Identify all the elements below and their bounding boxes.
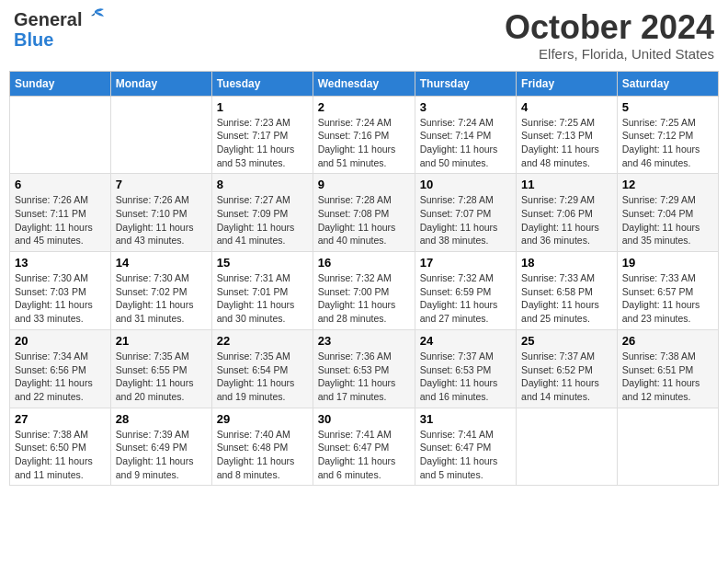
day-number: 30 [318,412,410,426]
day-detail: Sunrise: 7:30 AM Sunset: 7:02 PM Dayligh… [116,271,207,326]
weekday-header-wednesday: Wednesday [313,71,415,96]
calendar-cell: 24Sunrise: 7:37 AM Sunset: 6:53 PM Dayli… [415,329,516,408]
day-detail: Sunrise: 7:24 AM Sunset: 7:16 PM Dayligh… [318,116,410,170]
day-number: 27 [15,412,106,426]
calendar-cell: 11Sunrise: 7:29 AM Sunset: 7:06 PM Dayli… [517,174,618,252]
week-row-5: 27Sunrise: 7:38 AM Sunset: 6:50 PM Dayli… [10,408,719,486]
page-header: General Blue October 2024 Elfers, Florid… [9,9,719,62]
weekday-header-saturday: Saturday [617,71,718,96]
weekday-header-thursday: Thursday [415,71,516,96]
day-detail: Sunrise: 7:26 AM Sunset: 7:11 PM Dayligh… [15,193,106,247]
day-detail: Sunrise: 7:26 AM Sunset: 7:10 PM Dayligh… [116,193,207,247]
day-detail: Sunrise: 7:38 AM Sunset: 6:51 PM Dayligh… [622,350,713,404]
weekday-header-tuesday: Tuesday [211,71,313,96]
calendar-cell: 29Sunrise: 7:40 AM Sunset: 6:48 PM Dayli… [211,408,313,486]
calendar-cell: 6Sunrise: 7:26 AM Sunset: 7:11 PM Daylig… [10,174,111,252]
calendar-cell: 7Sunrise: 7:26 AM Sunset: 7:10 PM Daylig… [110,174,211,252]
calendar-cell: 26Sunrise: 7:38 AM Sunset: 6:51 PM Dayli… [617,329,718,408]
day-detail: Sunrise: 7:37 AM Sunset: 6:53 PM Dayligh… [420,350,511,404]
day-detail: Sunrise: 7:41 AM Sunset: 6:47 PM Dayligh… [318,428,410,482]
weekday-header-sunday: Sunday [10,71,111,96]
day-number: 9 [318,178,410,191]
day-number: 6 [15,178,106,191]
calendar-cell: 8Sunrise: 7:27 AM Sunset: 7:09 PM Daylig… [211,174,313,252]
calendar-cell: 22Sunrise: 7:35 AM Sunset: 6:54 PM Dayli… [211,329,313,408]
calendar-cell: 13Sunrise: 7:30 AM Sunset: 7:03 PM Dayli… [10,252,111,330]
week-row-4: 20Sunrise: 7:34 AM Sunset: 6:56 PM Dayli… [10,329,719,408]
week-row-1: 1Sunrise: 7:23 AM Sunset: 7:17 PM Daylig… [10,96,719,174]
calendar-cell: 31Sunrise: 7:41 AM Sunset: 6:47 PM Dayli… [415,408,516,486]
day-detail: Sunrise: 7:37 AM Sunset: 6:52 PM Dayligh… [521,350,612,404]
calendar-cell: 30Sunrise: 7:41 AM Sunset: 6:47 PM Dayli… [313,408,415,486]
logo-general: General [14,9,82,29]
logo-bird-icon [85,7,106,29]
calendar-cell: 27Sunrise: 7:38 AM Sunset: 6:50 PM Dayli… [10,408,111,486]
calendar-table: SundayMondayTuesdayWednesdayThursdayFrid… [9,71,719,487]
day-number: 8 [217,178,308,191]
day-detail: Sunrise: 7:33 AM Sunset: 6:58 PM Dayligh… [521,271,612,326]
title-block: October 2024 Elfers, Florida, United Sta… [505,9,714,62]
day-detail: Sunrise: 7:35 AM Sunset: 6:55 PM Dayligh… [116,350,207,404]
day-number: 20 [15,334,106,348]
calendar-cell: 18Sunrise: 7:33 AM Sunset: 6:58 PM Dayli… [517,252,618,330]
weekday-header-friday: Friday [517,71,618,96]
calendar-cell: 5Sunrise: 7:25 AM Sunset: 7:12 PM Daylig… [617,96,718,174]
week-row-2: 6Sunrise: 7:26 AM Sunset: 7:11 PM Daylig… [10,174,719,252]
day-detail: Sunrise: 7:25 AM Sunset: 7:13 PM Dayligh… [521,116,612,170]
location: Elfers, Florida, United States [505,46,714,62]
calendar-cell [110,96,211,174]
calendar-cell: 10Sunrise: 7:28 AM Sunset: 7:07 PM Dayli… [415,174,516,252]
day-detail: Sunrise: 7:36 AM Sunset: 6:53 PM Dayligh… [318,350,410,404]
calendar-cell [517,408,618,486]
day-detail: Sunrise: 7:38 AM Sunset: 6:50 PM Dayligh… [15,428,106,482]
day-number: 11 [521,178,612,191]
calendar-cell: 4Sunrise: 7:25 AM Sunset: 7:13 PM Daylig… [517,96,618,174]
week-row-3: 13Sunrise: 7:30 AM Sunset: 7:03 PM Dayli… [10,252,719,330]
day-detail: Sunrise: 7:32 AM Sunset: 7:00 PM Dayligh… [318,271,410,326]
day-detail: Sunrise: 7:33 AM Sunset: 6:57 PM Dayligh… [622,271,713,326]
day-detail: Sunrise: 7:29 AM Sunset: 7:04 PM Dayligh… [622,193,713,247]
day-number: 25 [521,334,612,348]
day-detail: Sunrise: 7:41 AM Sunset: 6:47 PM Dayligh… [420,428,511,482]
month-title: October 2024 [505,9,714,46]
day-number: 7 [116,178,207,191]
calendar-cell [617,408,718,486]
day-detail: Sunrise: 7:27 AM Sunset: 7:09 PM Dayligh… [217,193,308,247]
day-number: 12 [622,178,713,191]
day-number: 18 [521,256,612,270]
calendar-cell: 14Sunrise: 7:30 AM Sunset: 7:02 PM Dayli… [110,252,211,330]
calendar-cell: 21Sunrise: 7:35 AM Sunset: 6:55 PM Dayli… [110,329,211,408]
calendar-cell: 19Sunrise: 7:33 AM Sunset: 6:57 PM Dayli… [617,252,718,330]
day-number: 1 [217,100,308,114]
calendar-cell: 20Sunrise: 7:34 AM Sunset: 6:56 PM Dayli… [10,329,111,408]
weekday-header-monday: Monday [110,71,211,96]
day-number: 29 [217,412,308,426]
day-number: 5 [622,100,713,114]
day-detail: Sunrise: 7:28 AM Sunset: 7:08 PM Dayligh… [318,193,410,247]
day-number: 16 [318,256,410,270]
day-number: 22 [217,334,308,348]
day-detail: Sunrise: 7:30 AM Sunset: 7:03 PM Dayligh… [15,271,106,326]
day-number: 31 [420,412,511,426]
day-detail: Sunrise: 7:24 AM Sunset: 7:14 PM Dayligh… [420,116,511,170]
calendar-cell: 17Sunrise: 7:32 AM Sunset: 6:59 PM Dayli… [415,252,516,330]
day-detail: Sunrise: 7:34 AM Sunset: 6:56 PM Dayligh… [15,350,106,404]
day-number: 19 [622,256,713,270]
day-number: 26 [622,334,713,348]
day-number: 13 [15,256,106,270]
calendar-cell: 15Sunrise: 7:31 AM Sunset: 7:01 PM Dayli… [211,252,313,330]
day-detail: Sunrise: 7:28 AM Sunset: 7:07 PM Dayligh… [420,193,511,247]
logo: General Blue [14,9,106,50]
day-number: 2 [318,100,410,114]
calendar-cell [10,96,111,174]
calendar-cell: 1Sunrise: 7:23 AM Sunset: 7:17 PM Daylig… [211,96,313,174]
day-detail: Sunrise: 7:39 AM Sunset: 6:49 PM Dayligh… [116,428,207,482]
day-detail: Sunrise: 7:29 AM Sunset: 7:06 PM Dayligh… [521,193,612,247]
logo-blue-text: Blue [14,29,53,50]
day-detail: Sunrise: 7:32 AM Sunset: 6:59 PM Dayligh… [420,271,511,326]
day-detail: Sunrise: 7:40 AM Sunset: 6:48 PM Dayligh… [217,428,308,482]
day-detail: Sunrise: 7:31 AM Sunset: 7:01 PM Dayligh… [217,271,308,326]
calendar-cell: 3Sunrise: 7:24 AM Sunset: 7:14 PM Daylig… [415,96,516,174]
day-number: 24 [420,334,511,348]
calendar-cell: 2Sunrise: 7:24 AM Sunset: 7:16 PM Daylig… [313,96,415,174]
